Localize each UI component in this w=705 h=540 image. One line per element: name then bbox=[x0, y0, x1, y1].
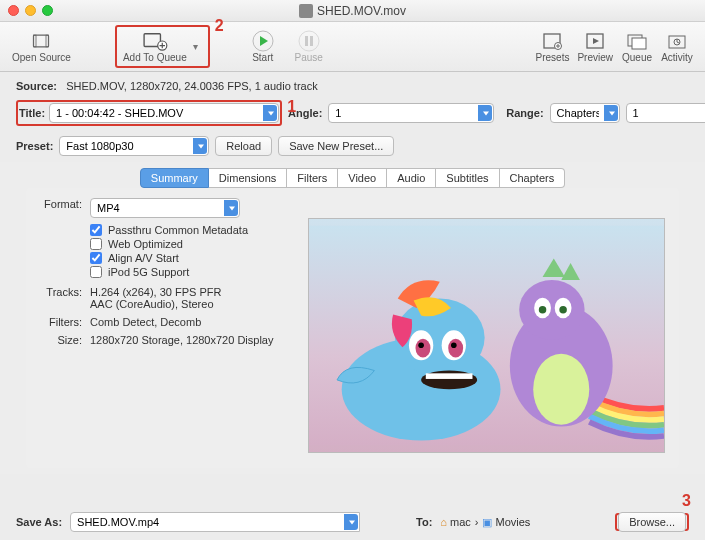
browse-button[interactable]: Browse... bbox=[618, 512, 686, 532]
size-label: Size: bbox=[40, 334, 90, 346]
chk-ipod-label: iPod 5G Support bbox=[108, 266, 189, 278]
queue-add-icon bbox=[142, 30, 168, 52]
start-label: Start bbox=[252, 52, 273, 63]
browse-highlight: Browse... bbox=[615, 513, 689, 531]
minimize-window-button[interactable] bbox=[25, 5, 36, 16]
svg-point-21 bbox=[539, 306, 546, 313]
save-as-label: Save As: bbox=[16, 516, 62, 528]
titlebar: SHED.MOV.mov bbox=[0, 0, 705, 22]
svg-rect-2 bbox=[46, 35, 49, 47]
queue-button[interactable]: Queue bbox=[617, 28, 657, 65]
presets-label: Presets bbox=[536, 52, 570, 63]
svg-rect-33 bbox=[426, 373, 473, 379]
tab-chapters[interactable]: Chapters bbox=[500, 168, 566, 188]
annotation-3: 3 bbox=[682, 492, 691, 510]
svg-point-6 bbox=[299, 31, 319, 51]
size-value: 1280x720 Storage, 1280x720 Display bbox=[90, 334, 290, 346]
tracks-audio: AAC (CoreAudio), Stereo bbox=[90, 298, 290, 310]
presets-button[interactable]: Presets bbox=[532, 28, 574, 65]
preset-label: Preset: bbox=[16, 140, 53, 152]
summary-panel: Format: Passthru Common Metadata Web Opt… bbox=[26, 188, 679, 468]
tab-subtitles[interactable]: Subtitles bbox=[436, 168, 499, 188]
path-user: mac bbox=[450, 516, 471, 528]
chk-align[interactable]: Align A/V Start bbox=[90, 252, 290, 264]
chk-web-label: Web Optimized bbox=[108, 238, 183, 250]
chevron-down-icon[interactable]: ▾ bbox=[189, 41, 202, 52]
pause-button: Pause bbox=[286, 28, 332, 65]
format-label: Format: bbox=[40, 198, 90, 280]
chk-passthru[interactable]: Passthru Common Metadata bbox=[90, 224, 290, 236]
activity-label: Activity bbox=[661, 52, 693, 63]
preview-label: Preview bbox=[577, 52, 613, 63]
svg-point-18 bbox=[533, 354, 589, 425]
chk-passthru-box[interactable] bbox=[90, 224, 102, 236]
range-from-select[interactable] bbox=[626, 103, 705, 123]
window-title: SHED.MOV.mov bbox=[0, 4, 705, 18]
preview-button[interactable]: Preview bbox=[573, 28, 617, 65]
close-window-button[interactable] bbox=[8, 5, 19, 16]
tab-panel: Summary Dimensions Filters Video Audio S… bbox=[0, 162, 705, 474]
svg-point-28 bbox=[418, 343, 424, 349]
start-button[interactable]: Start bbox=[240, 28, 286, 65]
home-icon: ⌂ bbox=[440, 516, 447, 528]
preview-icon bbox=[582, 30, 608, 52]
svg-rect-13 bbox=[632, 38, 646, 49]
save-new-preset-button[interactable]: Save New Preset... bbox=[278, 136, 394, 156]
dest-path[interactable]: ⌂mac › ▣Movies bbox=[440, 516, 530, 529]
svg-point-30 bbox=[448, 339, 463, 358]
angle-select[interactable] bbox=[328, 103, 494, 123]
chk-align-label: Align A/V Start bbox=[108, 252, 179, 264]
bottom-bar: Save As: To: ⌂mac › ▣Movies 3 Browse... bbox=[0, 512, 705, 532]
open-source-button[interactable]: Open Source bbox=[8, 28, 75, 65]
range-type-select[interactable] bbox=[550, 103, 620, 123]
tab-summary[interactable]: Summary bbox=[140, 168, 209, 188]
queue-icon bbox=[624, 30, 650, 52]
path-folder: Movies bbox=[495, 516, 530, 528]
tab-filters[interactable]: Filters bbox=[287, 168, 338, 188]
title-row: 1 Title: Angle: Range: – Duration: 00:04… bbox=[0, 96, 705, 130]
chk-ipod[interactable]: iPod 5G Support bbox=[90, 266, 290, 278]
path-separator: › bbox=[475, 516, 479, 528]
pause-icon bbox=[296, 30, 322, 52]
range-label: Range: bbox=[506, 107, 543, 119]
source-line: Source: SHED.MOV, 1280x720, 24.0036 FPS,… bbox=[0, 72, 705, 96]
film-icon bbox=[28, 30, 54, 52]
title-highlight: 1 Title: bbox=[16, 100, 282, 126]
add-to-queue-label: Add To Queue bbox=[123, 52, 187, 63]
add-to-queue-highlight: 2 Add To Queue ▾ bbox=[115, 25, 210, 68]
summary-left: Format: Passthru Common Metadata Web Opt… bbox=[40, 198, 290, 458]
chk-web-box[interactable] bbox=[90, 238, 102, 250]
tab-audio[interactable]: Audio bbox=[387, 168, 436, 188]
tabs: Summary Dimensions Filters Video Audio S… bbox=[14, 168, 691, 188]
cartoon-preview-image bbox=[309, 219, 664, 452]
presets-icon bbox=[539, 30, 565, 52]
svg-point-23 bbox=[559, 306, 566, 313]
source-value: SHED.MOV, 1280x720, 24.0036 FPS, 1 audio… bbox=[66, 80, 318, 92]
tab-video[interactable]: Video bbox=[338, 168, 387, 188]
play-icon bbox=[250, 30, 276, 52]
chk-ipod-box[interactable] bbox=[90, 266, 102, 278]
reload-button[interactable]: Reload bbox=[215, 136, 272, 156]
activity-icon bbox=[664, 30, 690, 52]
svg-rect-8 bbox=[310, 36, 313, 46]
pause-label: Pause bbox=[295, 52, 323, 63]
svg-rect-7 bbox=[305, 36, 308, 46]
svg-point-27 bbox=[416, 339, 431, 358]
preset-select[interactable] bbox=[59, 136, 209, 156]
zoom-window-button[interactable] bbox=[42, 5, 53, 16]
svg-point-19 bbox=[519, 280, 584, 340]
title-select[interactable] bbox=[49, 103, 279, 123]
video-preview bbox=[308, 218, 665, 453]
activity-button[interactable]: Activity bbox=[657, 28, 697, 65]
tracks-video: H.264 (x264), 30 FPS PFR bbox=[90, 286, 290, 298]
tab-dimensions[interactable]: Dimensions bbox=[209, 168, 287, 188]
save-as-field[interactable] bbox=[70, 512, 360, 532]
folder-icon: ▣ bbox=[482, 516, 492, 529]
window-controls bbox=[8, 5, 53, 16]
chk-align-box[interactable] bbox=[90, 252, 102, 264]
format-select[interactable] bbox=[90, 198, 240, 218]
open-source-label: Open Source bbox=[12, 52, 71, 63]
add-to-queue-button[interactable]: Add To Queue ▾ bbox=[119, 28, 206, 65]
chk-passthru-label: Passthru Common Metadata bbox=[108, 224, 248, 236]
chk-web[interactable]: Web Optimized bbox=[90, 238, 290, 250]
